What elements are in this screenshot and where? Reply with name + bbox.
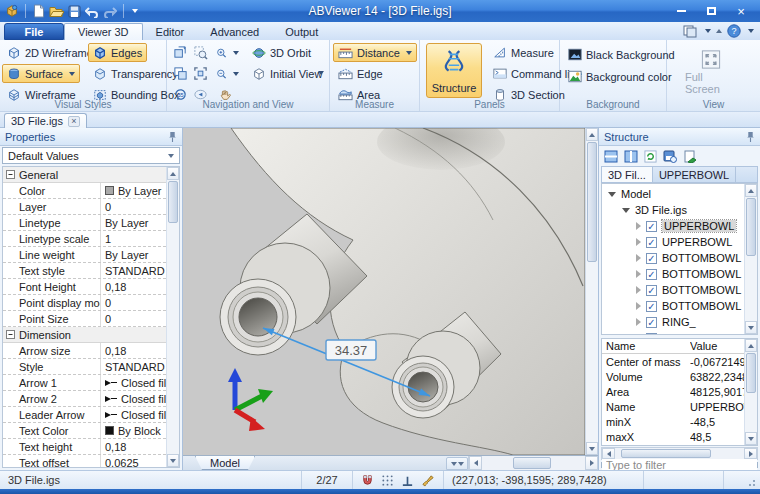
- property-row-layer[interactable]: Layer0: [3, 199, 166, 215]
- tree-checkbox[interactable]: ✓: [646, 285, 657, 296]
- tree-checkbox[interactable]: ✓: [646, 333, 657, 336]
- tab-output[interactable]: Output: [272, 23, 331, 40]
- expander-open-icon[interactable]: [608, 192, 616, 197]
- property-row-text-offset[interactable]: Text offset0,0625: [3, 455, 166, 468]
- table-header-row[interactable]: NameValue: [602, 339, 744, 354]
- table-scrollbar[interactable]: [744, 339, 757, 445]
- scroll-right-icon[interactable]: [744, 448, 757, 459]
- split-vertical-icon[interactable]: [624, 150, 638, 163]
- tree-node-file[interactable]: 3D File.igs: [602, 202, 744, 218]
- property-row-linetype-scale[interactable]: Linetype scale1: [3, 231, 166, 247]
- section-dimension[interactable]: Dimension: [3, 327, 166, 343]
- tree-item[interactable]: ✓UPPERBOWL: [602, 234, 744, 250]
- export-structure-icon[interactable]: [683, 150, 697, 163]
- scrollbar-thumb[interactable]: [621, 449, 711, 458]
- scrollbar-thumb[interactable]: [168, 181, 178, 223]
- property-row-text-color[interactable]: Text ColorBy Block: [3, 423, 166, 439]
- property-row-color[interactable]: ColorBy Layer: [3, 183, 166, 199]
- property-row-arrow-size[interactable]: Arrow size0,18: [3, 343, 166, 359]
- property-row-arrow-1[interactable]: Arrow 1Closed filled: [3, 375, 166, 391]
- distance-button[interactable]: Distance: [333, 43, 417, 62]
- expander-closed-icon[interactable]: [636, 254, 641, 262]
- tree-checkbox[interactable]: ✓: [646, 317, 657, 328]
- viewport-hscrollbar[interactable]: [468, 456, 598, 470]
- ortho-icon[interactable]: [401, 474, 414, 487]
- scroll-down-icon[interactable]: [167, 454, 179, 467]
- tab-viewer-3d[interactable]: Viewer 3D: [64, 23, 143, 40]
- zoom-window-button[interactable]: [191, 43, 210, 62]
- property-row-style[interactable]: StyleSTANDARD: [3, 359, 166, 375]
- table-row[interactable]: Center of mass-0,0672149757: [602, 354, 744, 369]
- expander-closed-icon[interactable]: [636, 302, 641, 310]
- table-row[interactable]: maxX48,5: [602, 429, 744, 444]
- style-selector-icon[interactable]: [683, 25, 698, 38]
- collapse-ribbon-icon[interactable]: [716, 29, 722, 33]
- measure-panel-button[interactable]: Measure: [488, 43, 559, 62]
- grid-icon[interactable]: [381, 474, 394, 487]
- tree-item[interactable]: ✓BOTTOMBOWL: [602, 266, 744, 282]
- edge-button[interactable]: Edge: [333, 64, 388, 83]
- redo-icon[interactable]: [103, 5, 117, 18]
- property-row-font-height[interactable]: Font Height0,18: [3, 279, 166, 295]
- property-row-point-size[interactable]: Point Size0: [3, 311, 166, 327]
- scroll-up-icon[interactable]: [745, 184, 757, 197]
- help-icon[interactable]: ?: [727, 24, 741, 38]
- structure-tab-upperbowl[interactable]: UPPERBOWL: [653, 167, 736, 182]
- collapse-tabs-button[interactable]: [446, 457, 468, 470]
- qat-more-icon[interactable]: [132, 9, 138, 13]
- scroll-down-icon[interactable]: [745, 321, 757, 334]
- tree-checkbox[interactable]: ✓: [646, 237, 657, 248]
- pin-icon[interactable]: [168, 131, 177, 142]
- tab-advanced[interactable]: Advanced: [197, 23, 272, 40]
- tree-node-model[interactable]: Model: [602, 186, 744, 202]
- close-button[interactable]: ×: [726, 2, 756, 20]
- expander-open-icon[interactable]: [622, 208, 630, 213]
- copy-view-button[interactable]: [171, 64, 190, 83]
- expander-closed-icon[interactable]: [636, 318, 641, 326]
- viewport-vscrollbar[interactable]: [585, 128, 598, 455]
- model-layout-tab[interactable]: Model: [195, 456, 255, 470]
- table-row[interactable]: minX-48,5: [602, 414, 744, 429]
- tree-item[interactable]: ✓RING_: [602, 314, 744, 330]
- table-row[interactable]: Area48125,9017897: [602, 384, 744, 399]
- property-row-linetype[interactable]: LinetypeBy Layer: [3, 215, 166, 231]
- scroll-up-icon[interactable]: [745, 339, 757, 352]
- viewport-3d[interactable]: 34.37: [183, 128, 585, 455]
- document-tab[interactable]: 3D File.igs ×: [4, 113, 87, 128]
- tree-item[interactable]: ✓BOTTOMBOWL: [602, 282, 744, 298]
- 2d-wireframe-button[interactable]: 2D Wireframe: [2, 43, 98, 62]
- property-row-text-style[interactable]: Text styleSTANDARD: [3, 263, 166, 279]
- file-menu-button[interactable]: File: [4, 23, 64, 40]
- preset-dropdown[interactable]: Default Values: [2, 147, 180, 164]
- scrollbar-thumb[interactable]: [746, 353, 756, 393]
- table-row[interactable]: Volume63822,2348948: [602, 369, 744, 384]
- tree-checkbox[interactable]: ✓: [646, 269, 657, 280]
- 3d-orbit-button[interactable]: 3D Orbit: [247, 43, 316, 62]
- tree-checkbox[interactable]: ✓: [646, 253, 657, 264]
- tree-item[interactable]: ✓RING_: [602, 330, 744, 335]
- initial-view-caret-icon[interactable]: [318, 71, 324, 75]
- snap-magnet-icon[interactable]: [361, 474, 374, 487]
- save-structure-icon[interactable]: [663, 150, 677, 163]
- refresh-icon[interactable]: [644, 150, 657, 163]
- structure-tab-file[interactable]: 3D Fil...: [602, 167, 653, 182]
- rotate-view-button[interactable]: [171, 43, 190, 62]
- table-row[interactable]: NameUPPERBOWL: [602, 399, 744, 414]
- style-caret-icon[interactable]: [705, 29, 711, 33]
- tree-item[interactable]: ✓BOTTOMBOWL: [602, 250, 744, 266]
- tree-item[interactable]: ✓UPPERBOWL: [602, 218, 744, 234]
- new-file-icon[interactable]: [32, 4, 45, 18]
- maximize-button[interactable]: [696, 2, 726, 20]
- black-background-button[interactable]: Black Background: [563, 45, 680, 64]
- scroll-down-icon[interactable]: [586, 442, 598, 455]
- expander-closed-icon[interactable]: [636, 238, 641, 246]
- undo-icon[interactable]: [85, 5, 99, 18]
- tree-checkbox[interactable]: ✓: [646, 221, 657, 232]
- expander-closed-icon[interactable]: [636, 270, 641, 278]
- document-tab-close-icon[interactable]: ×: [68, 116, 80, 127]
- table-row[interactable]: minY-77: [602, 444, 744, 446]
- tree-checkbox[interactable]: ✓: [646, 301, 657, 312]
- split-horizontal-icon[interactable]: [604, 150, 618, 163]
- app-logo-icon[interactable]: [5, 4, 19, 18]
- edges-button[interactable]: Edges: [88, 43, 147, 62]
